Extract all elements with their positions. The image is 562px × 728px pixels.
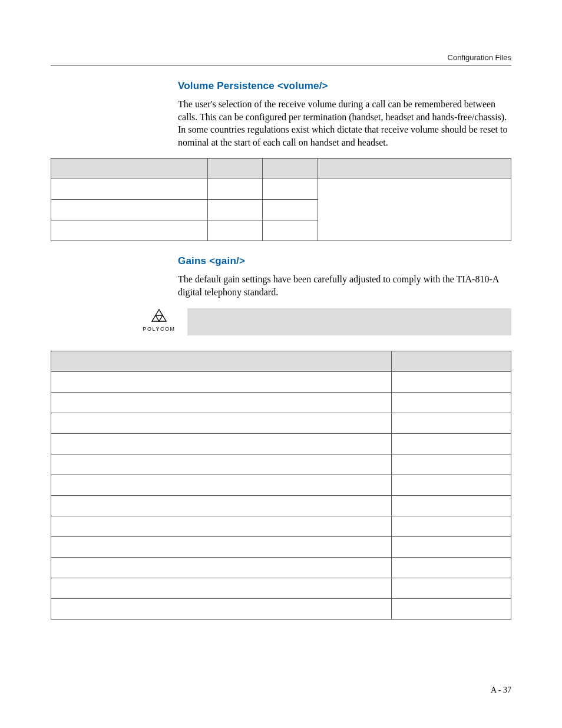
polycom-brand-text: POLYCOM: [139, 326, 179, 332]
table-row: [51, 413, 511, 433]
section-body: The user's selection of the receive volu…: [178, 98, 511, 149]
note-box: [187, 308, 511, 335]
table-cell: [51, 454, 392, 475]
table-cell: [51, 200, 208, 220]
table-cell: [391, 433, 511, 454]
table-cell: [51, 179, 208, 200]
page-number: A - 37: [491, 686, 511, 695]
table-cell: [263, 179, 318, 200]
table-cell: [51, 495, 392, 516]
table-row: [51, 392, 511, 413]
table-row: [51, 536, 511, 557]
table-header-cell: [207, 159, 263, 179]
section-title: Gains <gain/>: [178, 255, 511, 267]
table-header-cell: [263, 159, 318, 179]
table-row: [51, 578, 511, 598]
table-cell: [51, 536, 392, 557]
table-cell: [207, 200, 263, 220]
polycom-logo: POLYCOM: [139, 308, 179, 332]
table-cell: [207, 179, 263, 200]
table-header-cell: [391, 351, 511, 371]
table-cell: [391, 413, 511, 433]
table-header-row: [51, 159, 511, 179]
table-gain-settings: [51, 351, 511, 620]
table-cell: [51, 413, 392, 433]
header-rule: [51, 65, 511, 66]
section-title: Volume Persistence <volume/>: [178, 80, 511, 92]
table-cell: [318, 179, 511, 241]
table-row: [51, 475, 511, 495]
svg-marker-0: [156, 309, 163, 315]
note-row: POLYCOM: [139, 308, 511, 335]
table-cell: [391, 454, 511, 475]
table-row: [51, 495, 511, 516]
polycom-mark-icon: [139, 308, 179, 325]
table-volume-persistence: [51, 158, 511, 241]
table-cell: [391, 495, 511, 516]
table-row: [51, 598, 511, 619]
table-row: [51, 433, 511, 454]
table-header-row: [51, 351, 511, 371]
table-header-cell: [51, 159, 208, 179]
table-cell: [391, 598, 511, 619]
table-cell: [51, 557, 392, 578]
table-header-cell: [51, 351, 392, 371]
table-cell: [51, 475, 392, 495]
table-cell: [391, 516, 511, 536]
table-cell: [207, 220, 263, 241]
table-cell: [51, 392, 392, 413]
table-row: [51, 179, 511, 200]
table-cell: [391, 536, 511, 557]
svg-marker-2: [159, 315, 166, 321]
table-cell: [263, 200, 318, 220]
table-row: [51, 557, 511, 578]
running-head: Configuration Files: [51, 53, 511, 62]
table-cell: [391, 475, 511, 495]
section-body: The default gain settings have been care…: [178, 273, 511, 298]
table-cell: [51, 598, 392, 619]
table-cell: [391, 392, 511, 413]
svg-marker-1: [152, 315, 159, 321]
table-cell: [391, 371, 511, 392]
table-row: [51, 454, 511, 475]
table-cell: [263, 220, 318, 241]
table-row: [51, 516, 511, 536]
table-cell: [51, 433, 392, 454]
table-header-cell: [318, 159, 511, 179]
table-cell: [51, 220, 208, 241]
table-cell: [51, 371, 392, 392]
table-cell: [391, 557, 511, 578]
page: Configuration Files Volume Persistence <…: [0, 0, 562, 728]
table-cell: [391, 578, 511, 598]
table-row: [51, 371, 511, 392]
section-volume-persistence: Volume Persistence <volume/> The user's …: [178, 80, 511, 149]
section-gains: Gains <gain/> The default gain settings …: [178, 255, 511, 298]
table-cell: [51, 516, 392, 536]
table-cell: [51, 578, 392, 598]
